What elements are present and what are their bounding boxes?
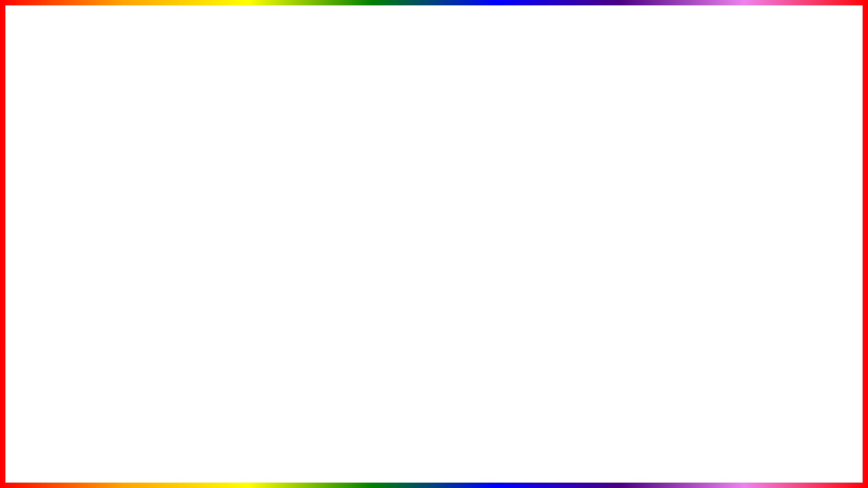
click-before-button[interactable]: ClickThisBeforeUseFastattack2(PC) (175, 328, 296, 341)
char-glasses (423, 308, 445, 314)
fast-attack2-knob (277, 347, 283, 352)
char-figure-2 (799, 161, 822, 223)
arceus-label: ARCEUS X (785, 413, 848, 427)
menu-devilfruit-front[interactable]: DevilFruit (130, 334, 168, 347)
char-panel-top (677, 102, 860, 271)
main-title: BLOX FRUITS (170, 1, 697, 84)
hub-tab-back[interactable]: HoHo Hub (52, 163, 199, 180)
panel-header-back: Blox Fruit: Free Version ⚙ — (52, 147, 199, 163)
gear-button-front[interactable]: ⚙ (273, 241, 283, 251)
content-title-back: Clone your self (94, 184, 195, 192)
refresh-tool-icon: 🔊 (281, 299, 291, 308)
fast-attack2-label: Fast Attack 2(PC) (179, 346, 232, 354)
minimize-button-front[interactable]: — (285, 241, 295, 251)
script-text: SCRIPT (273, 441, 368, 470)
fast-attack-switch[interactable] (276, 316, 292, 324)
char-torso (417, 328, 451, 362)
fast-attack-label: Fast Attack (179, 317, 212, 324)
char-legs (419, 362, 449, 389)
char-arm-right (456, 328, 467, 359)
auto-farm-text: AUTO FARM (5, 432, 267, 480)
menu-espraid-front[interactable]: Esp & Raid (130, 312, 168, 333)
panel-controls-front: ⚙ — (273, 241, 295, 251)
bring-mob-label: Bring Mob (179, 361, 210, 369)
select-tool-chat-icon: 💬 (235, 283, 243, 291)
menu-teleport-back[interactable]: Teleport (55, 197, 87, 209)
big-buddah-button[interactable]: Big Buddah 🔊 (94, 195, 195, 210)
tree-left2 (339, 149, 377, 203)
minimize-button-back[interactable]: — (184, 150, 193, 159)
fast-attack-knob (285, 317, 291, 323)
mobile-android-label: MOBILE ANDROID (41, 230, 205, 301)
bottom-text-bar: AUTO FARM SCRIPT PASTEBIN (5, 432, 863, 480)
work-arceus-box: WORK ARCEUS X (778, 390, 854, 432)
char-ground-top (679, 220, 858, 269)
click-before-label: ClickThisBeforeUseFastattack2(PC) (180, 331, 273, 338)
mobile-line2: ANDROID (41, 266, 205, 301)
halo-effect (748, 289, 789, 302)
panel-controls-back: ⚙ — (172, 150, 193, 159)
char-hat (423, 278, 445, 295)
char-head (420, 298, 448, 323)
big-buddah-label: Big Buddah (100, 199, 142, 207)
building-bg (258, 108, 298, 176)
work-label: WORK (785, 395, 848, 413)
fast-attack2-switch[interactable] (276, 346, 292, 354)
bring-mob-toggle[interactable]: Bring Mob (175, 358, 296, 371)
gear-button-back[interactable]: ⚙ (172, 150, 181, 159)
pastebin-text: PASTEBIN (375, 441, 503, 470)
panel-title-back: Blox Fruit: Free Version (58, 150, 142, 159)
char-figure-3 (757, 323, 780, 385)
bring-mob-switch[interactable] (276, 361, 292, 369)
char-figure-1 (715, 161, 738, 223)
bring-mob-knob (285, 362, 291, 367)
big-buddah-icon: 🔊 (180, 198, 189, 207)
char-bg-top (679, 104, 858, 269)
menu-points-back[interactable]: Points (55, 182, 87, 195)
character-body (407, 298, 461, 407)
mobile-line1: MOBILE (41, 230, 205, 266)
fast-attack-toggle[interactable]: Fast Attack (175, 313, 296, 327)
right-panel: WORK ARCEUS X (670, 102, 860, 474)
admin-command-label: ADMIN COMMAND (437, 156, 610, 228)
main-character (407, 298, 461, 407)
menu-players-back[interactable]: Players (55, 211, 87, 224)
fast-attack2-toggle[interactable]: Fast Attack 2(PC) (175, 343, 296, 357)
admin-line2: COMMAND (437, 192, 610, 228)
title-container: BLOX FRUITS (0, 5, 868, 80)
tip-text: Tip:Transform > run [BigBuddah] > Untran… (94, 212, 195, 224)
char-arm-left (401, 328, 412, 359)
admin-line1: ADMIN (437, 156, 610, 192)
char-panel-bottom: WORK ARCEUS X (677, 281, 860, 437)
char-neck (428, 323, 440, 328)
